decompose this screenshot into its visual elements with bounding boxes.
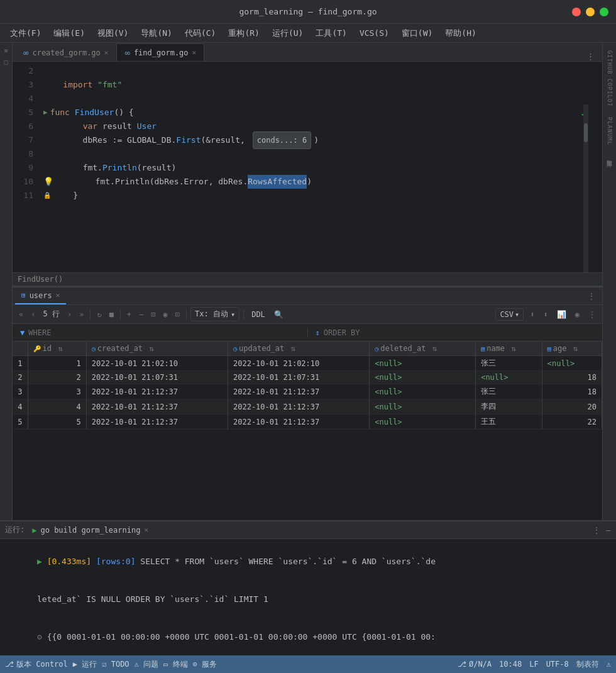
table-cell[interactable]: 2022-10-01 21:07:31 [86, 371, 228, 384]
table-cell[interactable]: 20 [542, 399, 602, 414]
db-tab-users[interactable]: ⊞ users ✕ [15, 288, 66, 304]
table-cell[interactable]: 4 [28, 399, 86, 414]
menu-vcs[interactable]: VCS(S) [355, 27, 394, 39]
th-name[interactable]: ▤name ⇅ [476, 342, 542, 356]
db-btn-first[interactable]: « [16, 309, 26, 320]
table-cell[interactable]: 2022-10-01 21:12:37 [86, 399, 228, 414]
table-cell[interactable]: 18 [542, 371, 602, 384]
db-btn-prev[interactable]: ‹ [28, 309, 38, 320]
db-tab-more[interactable]: ⋮ [583, 291, 600, 301]
table-cell[interactable]: <null> [370, 356, 476, 371]
sidebar-right-database[interactable]: 数据库 [604, 150, 615, 162]
db-btn-clone[interactable]: ⊡ [148, 309, 158, 320]
th-age[interactable]: ▤age ⇅ [542, 342, 602, 356]
th-created-at[interactable]: ◷created_at ⇅ [86, 342, 228, 356]
table-cell[interactable]: 2022-10-01 21:07:31 [228, 371, 370, 384]
table-row[interactable]: 222022-10-01 21:07:312022-10-01 21:07:31… [13, 371, 602, 384]
tab-find-gorm[interactable]: ∞ find_gorm.go ✕ [116, 43, 204, 61]
close-button[interactable] [572, 8, 581, 16]
menu-navigate[interactable]: 导航(N) [136, 26, 177, 40]
table-cell[interactable]: <null> [476, 371, 542, 384]
menu-run[interactable]: 运行(U) [267, 26, 308, 40]
db-btn-download[interactable]: ⬇ [527, 309, 537, 320]
table-cell[interactable]: 2 [28, 371, 86, 384]
terminal-tab-build[interactable]: ▶ go build gorm_learning ✕ [27, 525, 153, 536]
table-cell[interactable]: 2022-10-01 21:12:37 [86, 384, 228, 399]
table-cell[interactable]: 2022-10-01 21:12:37 [86, 414, 228, 430]
db-btn-upload[interactable]: ⬆ [541, 309, 551, 320]
table-cell[interactable]: 2022-10-01 21:12:37 [228, 399, 370, 414]
table-cell[interactable]: 2022-10-01 21:02:10 [86, 356, 228, 371]
menu-window[interactable]: 窗口(W) [397, 26, 437, 40]
status-todo[interactable]: ☑ TODO [102, 660, 129, 669]
db-btn-pin[interactable]: ⊡ [173, 309, 182, 320]
table-cell[interactable]: 2022-10-01 21:12:37 [228, 384, 370, 399]
terminal-more-button[interactable]: ⋮ [592, 525, 601, 535]
table-cell[interactable]: 22 [542, 414, 602, 430]
filter-where[interactable]: ▼ WHERE [13, 328, 308, 337]
menu-refactor[interactable]: 重构(R) [223, 26, 264, 40]
table-row[interactable]: 112022-10-01 21:02:102022-10-01 21:02:10… [13, 356, 602, 371]
db-search-button[interactable]: 🔍 [272, 309, 286, 320]
table-cell[interactable]: 张三 [476, 356, 542, 371]
db-ddl-button[interactable]: DDL [248, 309, 269, 320]
db-btn-more[interactable]: ⋮ [586, 309, 598, 320]
table-cell[interactable]: 2 [13, 371, 28, 384]
table-row[interactable]: 442022-10-01 21:12:372022-10-01 21:12:37… [13, 399, 602, 414]
table-row[interactable]: 552022-10-01 21:12:372022-10-01 21:12:37… [13, 414, 602, 430]
table-cell[interactable]: 3 [28, 384, 86, 399]
db-tx-selector[interactable]: Tx: 自动 ▾ [190, 307, 239, 321]
menu-code[interactable]: 代码(C) [180, 26, 221, 40]
menu-edit[interactable]: 编辑(E) [48, 26, 89, 40]
maximize-button[interactable] [600, 8, 608, 16]
table-cell[interactable]: 18 [542, 384, 602, 399]
table-cell[interactable]: <null> [370, 414, 476, 430]
th-deleted-at[interactable]: ◷deleted_at ⇅ [370, 342, 476, 356]
table-row[interactable]: 332022-10-01 21:12:372022-10-01 21:12:37… [13, 384, 602, 399]
table-cell[interactable]: 5 [13, 414, 28, 430]
sidebar-right-planuml[interactable]: PlanUML [605, 112, 614, 150]
db-btn-last[interactable]: » [77, 309, 86, 320]
th-id[interactable]: 🔑id ⇅ [28, 342, 86, 356]
menu-view[interactable]: 视图(V) [92, 26, 133, 40]
tab-more-button[interactable]: ⋮ [581, 52, 600, 61]
editor-scrollbar[interactable] [583, 104, 588, 272]
tab-close-2[interactable]: ✕ [192, 48, 197, 57]
db-csv-selector[interactable]: CSV ▾ [495, 308, 524, 321]
status-tab-char[interactable]: 制表符 [576, 659, 599, 670]
db-btn-remove[interactable]: − [136, 309, 146, 320]
th-updated-at[interactable]: ◷updated_at ⇅ [228, 342, 370, 356]
table-cell[interactable]: 2022-10-01 21:12:37 [228, 414, 370, 430]
table-cell[interactable]: 王五 [476, 414, 542, 430]
table-cell[interactable]: 3 [13, 384, 28, 399]
status-line-ending[interactable]: LF [529, 660, 538, 669]
minimize-button[interactable] [586, 8, 595, 16]
db-btn-stop[interactable]: ■ [107, 309, 116, 320]
status-run[interactable]: ▶ 运行 [73, 659, 97, 670]
table-cell[interactable]: <null> [370, 371, 476, 384]
table-cell[interactable]: <null> [370, 399, 476, 414]
db-btn-settings[interactable]: ◉ [573, 309, 582, 320]
sidebar-left-icon-2[interactable]: □ [1, 57, 11, 67]
status-services[interactable]: ⊙ 服务 [193, 659, 217, 670]
db-btn-next[interactable]: › [65, 309, 74, 320]
tab-close-1[interactable]: ✕ [104, 48, 109, 57]
terminal-tab-close[interactable]: ✕ [144, 526, 148, 534]
table-cell[interactable]: 4 [13, 399, 28, 414]
terminal-minimize-button[interactable]: − [606, 525, 611, 535]
db-btn-chart[interactable]: 📊 [554, 309, 569, 320]
table-cell[interactable]: <null> [542, 356, 602, 371]
sidebar-right-github-copilot[interactable]: GitHub Copilot [605, 45, 614, 112]
table-cell[interactable]: 1 [13, 356, 28, 371]
status-version-control[interactable]: ⎇版本 Control [5, 659, 68, 670]
filter-orderby[interactable]: ↕ ORDER BY [308, 328, 603, 337]
db-btn-refresh[interactable]: ↻ [94, 309, 104, 320]
table-cell[interactable]: 5 [28, 414, 86, 430]
status-problems[interactable]: ⚠ 问题 [135, 659, 158, 670]
status-git[interactable]: ⎇ Ø/N/A [458, 660, 492, 669]
status-encoding[interactable]: UTF-8 [546, 660, 569, 669]
db-btn-add[interactable]: + [124, 309, 134, 320]
db-tab-close[interactable]: ✕ [56, 291, 60, 299]
menu-tools[interactable]: 工具(T) [311, 26, 351, 40]
status-terminal[interactable]: ▭ 终端 [163, 659, 187, 670]
